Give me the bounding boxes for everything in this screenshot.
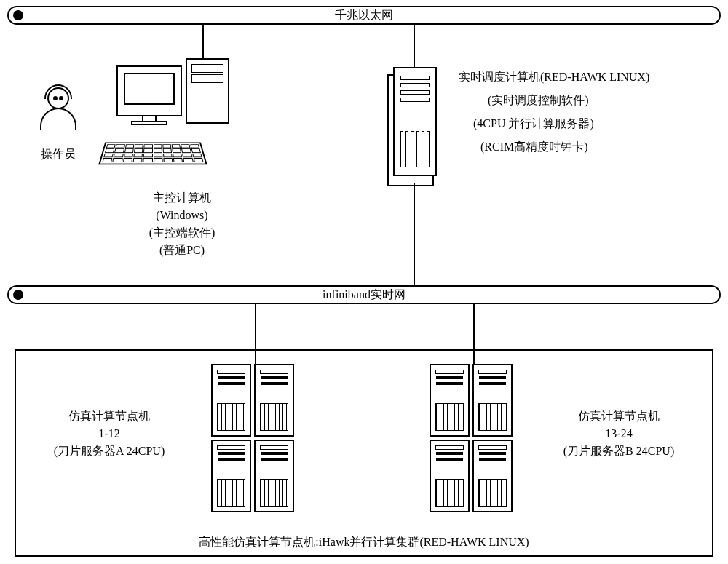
nodeB-cluster-icon [430,364,513,512]
nodeB-line2: 13-24 [539,425,699,442]
pc-line2: (Windows) [109,207,255,224]
operator-label: 操作员 [25,146,91,163]
link-scheduler-ethernet [414,25,415,67]
scheduler-server-icon [393,67,444,183]
scheduler-line3: (4CPU 并行计算服务器) [459,112,721,135]
scheduler-label: 实时调度计算机(RED-HAWK LINUX) (实时调度控制软件) (4CPU… [459,65,721,159]
link-scheduler-infiniband [414,183,415,285]
bus-mid-label: infiniband实时网 [323,287,405,303]
nodeA-line3: (刀片服务器A 24CPU) [29,442,189,460]
nodeA-cluster-icon [211,364,294,512]
pc-line1: 主控计算机 [109,189,255,207]
nodeA-line2: 1-12 [29,425,189,442]
scheduler-line4: (RCIM高精度时钟卡) [459,135,721,159]
master-pc-icon [116,65,182,125]
gigabit-ethernet-bus: 千兆以太网 [7,6,721,25]
bus-endpoint-icon [13,10,23,20]
nodeB-line1: 仿真计算节点机 [539,408,699,425]
pc-line3: (主控端软件) [109,224,255,242]
scheduler-line2: (实时调度控制软件) [459,89,721,112]
bus-top-label: 千兆以太网 [335,8,393,23]
scheduler-line1: 实时调度计算机(RED-HAWK LINUX) [459,65,721,89]
nodeB-label: 仿真计算节点机 13-24 (刀片服务器B 24CPU) [539,408,699,460]
nodeA-label: 仿真计算节点机 1-12 (刀片服务器A 24CPU) [29,408,189,460]
nodeA-line1: 仿真计算节点机 [29,408,189,425]
infiniband-bus: infiniband实时网 [7,285,721,304]
pc-line4: (普通PC) [109,242,255,259]
operator-icon [36,87,80,146]
master-pc-label: 主控计算机 (Windows) (主控端软件) (普通PC) [109,189,255,259]
cluster-caption: 高性能仿真计算节点机:iHawk并行计算集群(RED-HAWK LINUX) [15,533,713,551]
nodeB-line3: (刀片服务器B 24CPU) [539,442,699,460]
bus-endpoint-icon [13,290,23,300]
